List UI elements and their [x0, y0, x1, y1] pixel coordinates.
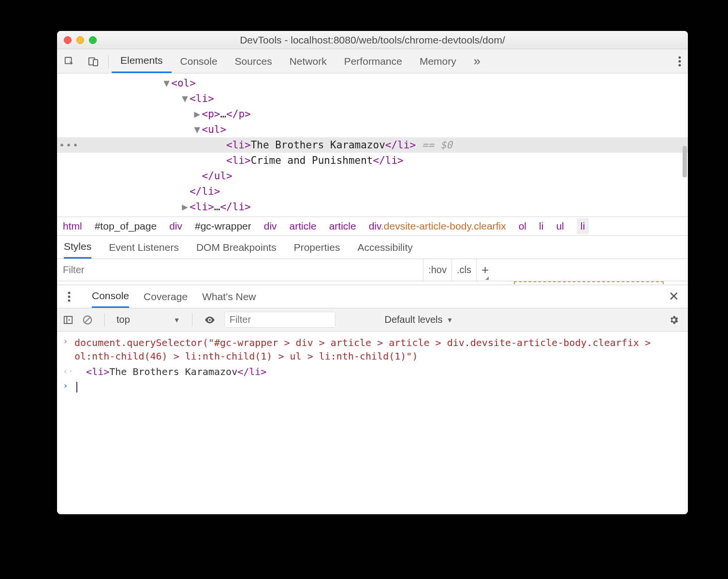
hov-button[interactable]: :hov [423, 259, 451, 281]
subtab-event-listeners[interactable]: Event Listeners [109, 242, 179, 253]
output-text: The Brothers Karamazov [109, 366, 237, 377]
svg-rect-2 [93, 59, 98, 66]
console-toolbar: top ▼ Default levels ▼ [57, 308, 688, 332]
input-marker-icon: › [63, 336, 74, 346]
text-caret [76, 382, 77, 392]
box-model-margin [514, 281, 664, 284]
levels-select[interactable]: Default levels ▼ [384, 314, 579, 325]
svg-point-5 [679, 64, 681, 66]
breadcrumb-item[interactable]: div.devsite-article-body.clearfix [369, 220, 506, 232]
console-sidebar-toggle-icon[interactable] [63, 315, 73, 325]
selected-marker-icon: ••• [59, 137, 79, 153]
context-select[interactable]: top ▼ [116, 314, 180, 325]
levels-value: Default levels [384, 314, 442, 325]
breadcrumb-item[interactable]: li [539, 220, 543, 232]
subtab-accessibility[interactable]: Accessibility [357, 242, 412, 253]
svg-point-6 [68, 291, 71, 294]
breadcrumb-item[interactable]: #top_of_page [95, 220, 157, 232]
breadcrumb-item[interactable]: article [329, 220, 356, 232]
clear-console-icon[interactable] [82, 315, 93, 325]
dom-row[interactable]: ▼<ol> [57, 75, 688, 91]
scrollbar-thumb[interactable] [683, 146, 687, 177]
dom-row[interactable]: </ul> [57, 168, 688, 184]
dom-row[interactable]: </li> [57, 184, 688, 199]
tab-console[interactable]: Console [172, 49, 226, 73]
breadcrumb-item[interactable]: html [63, 220, 82, 232]
console-input-text: document.querySelector("#gc-wrapper > di… [74, 336, 682, 363]
svg-rect-9 [64, 316, 73, 323]
styles-filter-input[interactable] [57, 259, 423, 281]
prompt-marker-icon: › [63, 380, 74, 391]
output-tag-close: </li> [237, 366, 266, 377]
styles-toolbar: :hov .cls + [57, 259, 688, 281]
titlebar: DevTools - localhost:8080/web/tools/chro… [57, 31, 688, 49]
svg-point-4 [679, 60, 681, 62]
output-tag-open: <li> [86, 366, 109, 377]
dom-row[interactable]: ▶<li>…</li> [57, 199, 688, 215]
console-settings-icon[interactable] [669, 315, 679, 325]
svg-point-8 [68, 299, 71, 302]
breadcrumb-item[interactable]: li [577, 218, 589, 234]
devtools-window: DevTools - localhost:8080/web/tools/chro… [57, 31, 688, 514]
tab-sources[interactable]: Sources [226, 49, 281, 73]
window-title: DevTools - localhost:8080/web/tools/chro… [57, 34, 688, 46]
inspect-icon[interactable] [57, 56, 81, 67]
styles-tab-bar: Styles Event Listeners DOM Breakpoints P… [57, 236, 688, 259]
tab-elements[interactable]: Elements [112, 49, 172, 73]
dom-row[interactable]: ▼<li> [57, 91, 688, 106]
console-prompt-row[interactable]: › [63, 379, 682, 394]
tab-network[interactable]: Network [281, 49, 335, 73]
divider [104, 313, 105, 327]
console-filter-input[interactable] [224, 312, 335, 328]
breadcrumb-item[interactable]: ul [556, 220, 564, 232]
breadcrumb-item[interactable]: #gc-wrapper [195, 220, 251, 232]
cls-button[interactable]: .cls [451, 259, 476, 281]
device-toggle-icon[interactable] [81, 56, 105, 67]
breadcrumb-item[interactable]: div [169, 220, 182, 232]
breadcrumb-item[interactable]: article [290, 220, 317, 232]
console-body[interactable]: › document.querySelector("#gc-wrapper > … [57, 332, 688, 514]
context-value: top [116, 314, 130, 325]
svg-point-7 [68, 295, 71, 298]
breadcrumb: html#top_of_pagediv#gc-wrapperdivarticle… [57, 217, 688, 236]
dom-row[interactable]: ▼<ul> [57, 122, 688, 137]
breadcrumb-item[interactable]: div [264, 220, 277, 232]
drawer-kebab-icon[interactable] [61, 291, 77, 302]
dom-row[interactable]: <li>Crime and Punishment</li> [57, 153, 688, 168]
drawer-tab-whats-new[interactable]: What's New [202, 291, 256, 303]
output-marker-icon: ‹· [63, 366, 74, 376]
live-expression-icon[interactable] [204, 314, 216, 326]
subtab-styles[interactable]: Styles [64, 236, 91, 259]
drawer-tab-coverage[interactable]: Coverage [144, 291, 188, 303]
divider [108, 55, 109, 68]
svg-point-3 [679, 56, 681, 58]
console-output-row: ‹· <li>The Brothers Karamazov</li> [63, 364, 682, 379]
svg-point-13 [209, 319, 211, 321]
new-rule-button[interactable]: + [476, 259, 490, 281]
console-output: <li>The Brothers Karamazov</li> [74, 366, 266, 377]
close-drawer-icon[interactable]: ✕ [669, 289, 679, 304]
subtab-dom-breakpoints[interactable]: DOM Breakpoints [196, 242, 277, 253]
more-tabs-icon[interactable]: » [465, 54, 489, 69]
divider [192, 313, 192, 327]
breadcrumb-item[interactable]: ol [519, 220, 526, 232]
main-tab-bar: Elements Console Sources Network Perform… [57, 49, 688, 73]
drawer-tab-console[interactable]: Console [92, 285, 129, 308]
dom-tree[interactable]: ▼<ol> ▼<li> ▶<p>…</p> ▼<ul>••• <li>The B… [57, 73, 688, 217]
settings-kebab-icon[interactable] [671, 56, 688, 67]
console-input-row: › document.querySelector("#gc-wrapper > … [63, 334, 682, 364]
svg-line-12 [85, 317, 90, 322]
drawer-tab-bar: Console Coverage What's New ✕ [57, 285, 688, 308]
styles-body [57, 281, 688, 285]
dom-row[interactable]: ••• <li>The Brothers Karamazov</li> == $… [57, 137, 688, 153]
subtab-properties[interactable]: Properties [294, 242, 340, 253]
tab-memory[interactable]: Memory [411, 49, 465, 73]
dom-row[interactable]: ▶<p>…</p> [57, 106, 688, 122]
tab-performance[interactable]: Performance [335, 49, 411, 73]
